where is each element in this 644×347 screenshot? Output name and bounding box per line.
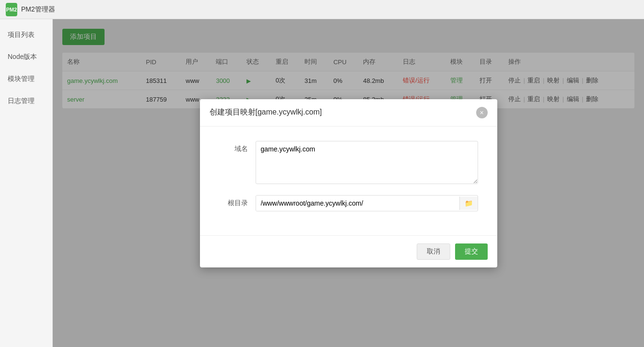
rootdir-input-wrapper: 📁 xyxy=(256,195,478,211)
sidebar-item-log-manage[interactable]: 日志管理 xyxy=(0,90,52,112)
sidebar-item-module-manage[interactable]: 模块管理 xyxy=(0,68,52,90)
domain-textarea[interactable]: game.ycywlkj.com xyxy=(256,141,478,184)
rootdir-input[interactable] xyxy=(256,196,459,211)
folder-icon[interactable]: 📁 xyxy=(459,197,478,210)
create-mapping-modal: 创建项目映射[game.ycywlkj.com] × 域名 game.ycywl… xyxy=(200,99,497,267)
app-title: PM2管理器 xyxy=(21,5,55,14)
domain-input-area: game.ycywlkj.com xyxy=(256,141,478,185)
sidebar-item-project-list[interactable]: 项目列表 xyxy=(0,24,52,46)
rootdir-input-area: 📁 xyxy=(256,195,478,211)
pm2-logo: PM2 xyxy=(6,3,17,16)
modal-footer: 取消 提交 xyxy=(200,235,497,267)
modal-title: 创建项目映射[game.ycywlkj.com] xyxy=(210,107,322,117)
content-area: 添加项目 名称 PID 用户 端口 状态 重启 时间 CPU 内存 日志 模块 xyxy=(53,19,644,347)
rootdir-field-row: 根目录 📁 xyxy=(219,195,478,211)
title-bar: PM2 PM2管理器 xyxy=(0,0,644,19)
modal-overlay: 创建项目映射[game.ycywlkj.com] × 域名 game.ycywl… xyxy=(53,19,644,347)
app-container: PM2 PM2管理器 项目列表 Node版本 模块管理 日志管理 添加项目 xyxy=(0,0,644,347)
app-icon: PM2 xyxy=(6,4,17,15)
domain-label: 域名 xyxy=(219,141,248,153)
rootdir-label: 根目录 xyxy=(219,195,248,208)
modal-close-button[interactable]: × xyxy=(476,107,488,118)
sidebar: 项目列表 Node版本 模块管理 日志管理 xyxy=(0,19,53,347)
cancel-button[interactable]: 取消 xyxy=(417,243,450,260)
modal-body: 域名 game.ycywlkj.com 根目录 📁 xyxy=(200,127,497,235)
domain-field-row: 域名 game.ycywlkj.com xyxy=(219,141,478,185)
submit-button[interactable]: 提交 xyxy=(455,243,488,260)
main-layout: 项目列表 Node版本 模块管理 日志管理 添加项目 名称 PID 用户 xyxy=(0,19,644,347)
sidebar-item-node-version[interactable]: Node版本 xyxy=(0,46,52,68)
modal-header: 创建项目映射[game.ycywlkj.com] × xyxy=(200,99,497,127)
